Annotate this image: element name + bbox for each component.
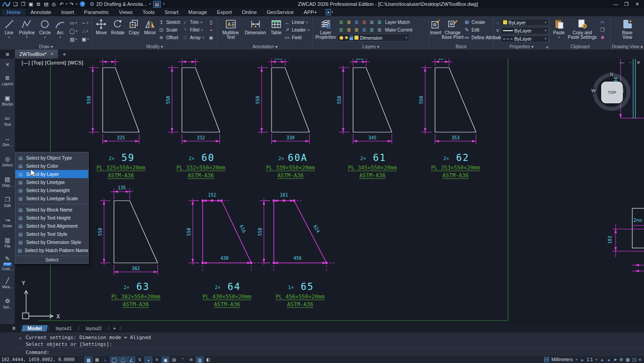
layer-state-icon[interactable]: ≣	[360, 18, 368, 26]
chevron-down-icon[interactable]: ▾	[75, 37, 77, 41]
insert-button[interactable]: Insert	[430, 17, 441, 42]
restore-button[interactable]: ❐	[621, 1, 631, 7]
chevron-down-icon[interactable]: ▾	[8, 36, 10, 39]
polyline-button[interactable]: Polyline▾	[17, 17, 37, 42]
toolbox-icon[interactable]: ▤	[153, 1, 161, 8]
chevron-down-icon[interactable]: ▾	[544, 21, 546, 24]
sidebar-item-blocks[interactable]: ▣Blocks	[0, 91, 15, 111]
make-current-button[interactable]: Make Current	[385, 28, 413, 32]
menu-tab-geoservice[interactable]: GeoService	[262, 9, 299, 15]
doc-minimize-icon[interactable]: —	[620, 60, 624, 65]
chevron-down-icon[interactable]: ▾	[558, 36, 560, 39]
chevron-down-icon[interactable]: ▾	[149, 2, 151, 6]
polar-tracking-toggle[interactable]: ▢	[119, 357, 127, 363]
sidebar-item-mea[interactable]: ╱Mea...	[0, 273, 15, 294]
explode-button[interactable]: ◉	[208, 34, 214, 41]
object-snap-toggle[interactable]: ◯	[110, 357, 118, 363]
line-button[interactable]: Line▾	[1, 17, 17, 42]
document-tab-active[interactable]: ZWToolBox* ✕	[15, 50, 58, 59]
layer-state-icon[interactable]: ≣	[376, 26, 383, 33]
chevron-down-icon[interactable]: ▾	[201, 28, 203, 32]
panel-expander-icon[interactable]: ◢	[546, 45, 548, 49]
menu-tab-app[interactable]: APP+	[299, 9, 322, 15]
close-button[interactable]: ✕	[632, 1, 642, 7]
layer-state-icon[interactable]: ≣	[345, 18, 353, 26]
layer-state-icon[interactable]: ≣	[337, 18, 345, 26]
sidebar-item-set[interactable]: ⚙Set...	[0, 294, 15, 314]
chevron-down-icon[interactable]: ▾	[200, 21, 202, 24]
chevron-down-icon[interactable]: ▾	[59, 36, 61, 39]
chevron-down-icon[interactable]: ▾	[87, 37, 89, 41]
sidebar-item-draw[interactable]: ↝Draw	[0, 212, 15, 233]
leader-button[interactable]: ↗Leader▾	[284, 27, 311, 33]
chevron-down-icon[interactable]: ▾	[66, 2, 68, 6]
erase-button[interactable]: ◓	[208, 27, 214, 33]
fullscreen-icon[interactable]: ◳	[632, 357, 636, 362]
menu-tab-home[interactable]: Home	[2, 9, 26, 15]
layer-color-swatch[interactable]	[354, 36, 358, 40]
ribbon-options-caret[interactable]: ▾	[331, 10, 333, 14]
copy-paste-settings-button[interactable]: Copy and Paste Settings	[567, 17, 598, 42]
menu-tab-parametric[interactable]: Parametric	[79, 9, 114, 15]
circle-button[interactable]: Circle▾	[37, 17, 53, 42]
dynamic-ucs-toggle[interactable]: ＋	[145, 357, 152, 363]
sidebar-item-cust[interactable]: ✎PGPCust...	[0, 253, 15, 273]
chevron-down-icon[interactable]: ▾	[544, 29, 546, 32]
arc-button[interactable]: Arc▾	[53, 17, 68, 42]
chevron-down-icon[interactable]: ▾	[544, 37, 546, 41]
hatch-button[interactable]: ▨▾	[68, 35, 79, 43]
layer-state-icon[interactable]: ≣	[376, 18, 383, 26]
auto-annotation-scale-icon[interactable]: ▲	[607, 357, 611, 362]
selection-filter-icon[interactable]: ➤	[613, 357, 617, 362]
layer-state-icon[interactable]: ≣	[353, 26, 360, 33]
ortho-mode-toggle[interactable]: ∟	[102, 357, 109, 363]
move-button[interactable]: Move	[93, 17, 109, 42]
chevron-down-icon[interactable]: ▾	[44, 36, 46, 39]
undo-icon[interactable]: ↶	[58, 1, 65, 7]
compass-west[interactable]: W	[591, 88, 596, 93]
menu-tab-manage[interactable]: Manage	[183, 9, 212, 15]
units-label[interactable]: Millimeters	[551, 357, 573, 362]
view-compass[interactable]: N S W E TOP	[593, 73, 630, 111]
new-document-tab-button[interactable]: +	[63, 51, 66, 58]
new-file-icon[interactable]: ❏	[12, 1, 19, 7]
context-item-select-by-dimension-style[interactable]: ▤Select by Dimension Style	[15, 238, 88, 246]
annotation-scale-icon[interactable]: ▲	[580, 357, 585, 362]
quick-properties-toggle[interactable]: ▤	[170, 357, 178, 363]
help-icon[interactable]: ?	[80, 1, 85, 7]
chevron-down-icon[interactable]: ▾	[163, 2, 165, 6]
layer-state-icon[interactable]: ≣	[368, 26, 376, 33]
layer-on-icon[interactable]	[340, 36, 343, 40]
panel-label[interactable]: Properties ▾	[494, 44, 549, 49]
trim-button[interactable]: ∕Trim▾	[182, 19, 206, 26]
panel-close-icon[interactable]: ✕	[5, 59, 9, 70]
context-item-select-by-object-type[interactable]: ▤Select by Object Type	[15, 154, 88, 162]
compass-north[interactable]: N	[609, 72, 614, 77]
change-base-point-button[interactable]: Change Base Point	[441, 17, 464, 42]
context-item-select-by-text-style[interactable]: ▤Select by Text Style	[15, 230, 88, 238]
status-menu-icon[interactable]: ≡	[639, 357, 641, 362]
scale-button[interactable]: ⊡Scale	[159, 27, 182, 33]
copy-clip-button[interactable]: ❐	[600, 27, 606, 33]
layout-tab-layout1[interactable]: layout1	[50, 325, 77, 331]
revision-cloud-button[interactable]: ∼▾	[79, 19, 91, 27]
layer-state-icon[interactable]: ≣	[337, 26, 345, 33]
settings-gear-icon[interactable]: ⚙	[619, 357, 623, 362]
menu-tab-insert[interactable]: Insert	[56, 9, 79, 15]
command-line-area[interactable]: ✕ Current settings: Dimension mode = Ali…	[0, 332, 644, 356]
cad-drawing[interactable]: 5503252×59PL 325×550×20mmASTM-A365503322…	[15, 59, 644, 324]
layer-unlock-icon[interactable]	[349, 37, 353, 40]
panel-label[interactable]: Draw ▾	[0, 44, 92, 49]
layer-properties-button[interactable]: Layer Properties	[314, 17, 337, 42]
dynamic-input-toggle[interactable]: ↯	[136, 357, 144, 363]
layer-state-icon[interactable]: ≣	[360, 26, 368, 33]
sidebar-item-layers[interactable]: ≣Layers	[0, 70, 15, 91]
context-item-select-by-color[interactable]: ▤Select by Color	[15, 162, 88, 170]
chevron-down-icon[interactable]: ▾	[87, 21, 89, 25]
menu-tab-smart[interactable]: Smart	[159, 9, 183, 15]
annotation-monitor-toggle[interactable]: ⁺	[179, 357, 186, 363]
sidebar-item-select[interactable]: ◎Select	[0, 152, 15, 172]
open-file-icon[interactable]: ❐	[19, 1, 27, 7]
context-item-select-by-linetype[interactable]: ▤Select by Linetype	[15, 178, 88, 186]
workspace-switch-toggle[interactable]: ◧	[204, 357, 212, 363]
